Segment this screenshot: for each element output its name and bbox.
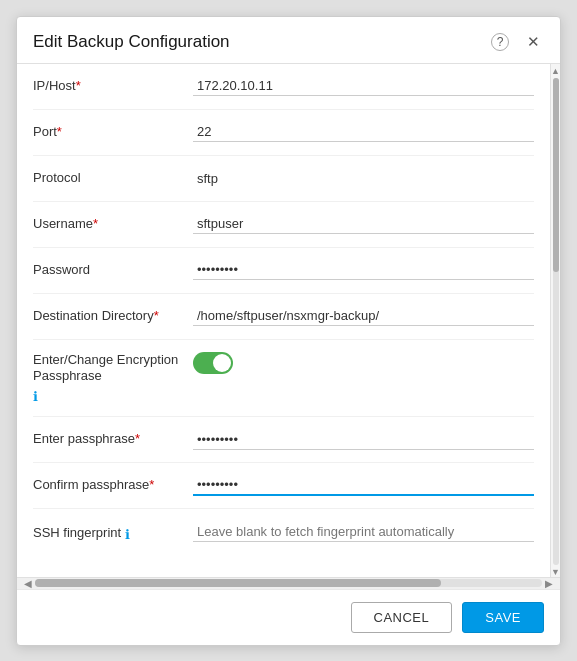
protocol-value: sftp bbox=[193, 169, 534, 188]
dialog-footer: CANCEL SAVE bbox=[17, 589, 560, 645]
username-label: Username* bbox=[33, 216, 193, 233]
port-label: Port* bbox=[33, 124, 193, 141]
dest-dir-label: Destination Directory* bbox=[33, 308, 193, 325]
port-row: Port* bbox=[33, 110, 534, 156]
help-icon: ? bbox=[491, 33, 509, 51]
close-button[interactable]: ✕ bbox=[523, 31, 544, 53]
username-row: Username* bbox=[33, 202, 534, 248]
port-input[interactable] bbox=[193, 122, 534, 142]
confirm-passphrase-row: Confirm passphrase* bbox=[33, 463, 534, 509]
encryption-info-icon[interactable]: ℹ bbox=[33, 389, 193, 404]
save-button[interactable]: SAVE bbox=[462, 602, 544, 633]
toggle-slider bbox=[193, 352, 233, 374]
close-icon: ✕ bbox=[527, 33, 540, 51]
help-button[interactable]: ? bbox=[487, 31, 513, 53]
dest-dir-required: * bbox=[154, 308, 159, 323]
port-required: * bbox=[57, 124, 62, 139]
ip-host-label: IP/Host* bbox=[33, 78, 193, 95]
enter-passphrase-label: Enter passphrase* bbox=[33, 431, 193, 448]
protocol-row: Protocol sftp bbox=[33, 156, 534, 202]
scrollbar-track bbox=[553, 78, 559, 565]
protocol-label: Protocol bbox=[33, 170, 193, 187]
header-icons: ? ✕ bbox=[487, 31, 544, 53]
dialog-title: Edit Backup Configuration bbox=[33, 32, 230, 52]
enter-passphrase-input[interactable] bbox=[193, 430, 534, 450]
encryption-label-block: Enter/Change Encryption Passphrase ℹ bbox=[33, 352, 193, 405]
ssh-fingerprint-input[interactable] bbox=[193, 522, 534, 542]
scrollbar-down-arrow[interactable]: ▼ bbox=[551, 567, 560, 577]
password-row: Password bbox=[33, 248, 534, 294]
edit-backup-dialog: Edit Backup Configuration ? ✕ IP/Host* bbox=[16, 16, 561, 646]
h-scrollbar-track bbox=[35, 579, 542, 587]
scrollbar-thumb bbox=[553, 78, 559, 273]
dest-dir-row: Destination Directory* bbox=[33, 294, 534, 340]
cancel-button[interactable]: CANCEL bbox=[351, 602, 453, 633]
enter-passphrase-row: Enter passphrase* bbox=[33, 417, 534, 463]
confirm-passphrase-required: * bbox=[149, 477, 154, 492]
vertical-scrollbar: ▲ ▼ bbox=[550, 64, 560, 577]
dialog-header: Edit Backup Configuration ? ✕ bbox=[17, 17, 560, 64]
encryption-label: Enter/Change Encryption Passphrase bbox=[33, 352, 193, 386]
enter-passphrase-required: * bbox=[135, 431, 140, 446]
confirm-passphrase-input[interactable] bbox=[193, 475, 534, 496]
scrollbar-up-arrow[interactable]: ▲ bbox=[551, 66, 560, 76]
ssh-label: SSH fingerprint bbox=[33, 525, 121, 540]
ssh-info-icon[interactable]: ℹ bbox=[125, 527, 130, 542]
dialog-body-wrapper: IP/Host* Port* Protocol sftp bbox=[17, 64, 560, 577]
password-input[interactable] bbox=[193, 260, 534, 280]
ssh-fingerprint-row: SSH fingerprint ℹ bbox=[33, 509, 534, 555]
ip-host-row: IP/Host* bbox=[33, 64, 534, 110]
dialog-body: IP/Host* Port* Protocol sftp bbox=[17, 64, 550, 577]
password-label: Password bbox=[33, 262, 193, 279]
scrollbar-left-arrow[interactable]: ◀ bbox=[21, 578, 35, 589]
ip-host-required: * bbox=[76, 78, 81, 93]
dest-dir-input[interactable] bbox=[193, 306, 534, 326]
confirm-passphrase-label: Confirm passphrase* bbox=[33, 477, 193, 494]
encryption-toggle[interactable] bbox=[193, 352, 233, 374]
username-input[interactable] bbox=[193, 214, 534, 234]
username-required: * bbox=[93, 216, 98, 231]
horizontal-scrollbar: ◀ ▶ bbox=[17, 577, 560, 589]
encryption-row: Enter/Change Encryption Passphrase ℹ bbox=[33, 340, 534, 418]
ip-host-input[interactable] bbox=[193, 76, 534, 96]
h-scrollbar-thumb bbox=[35, 579, 441, 587]
scrollbar-right-arrow[interactable]: ▶ bbox=[542, 578, 556, 589]
ssh-label-block: SSH fingerprint ℹ bbox=[33, 523, 193, 542]
